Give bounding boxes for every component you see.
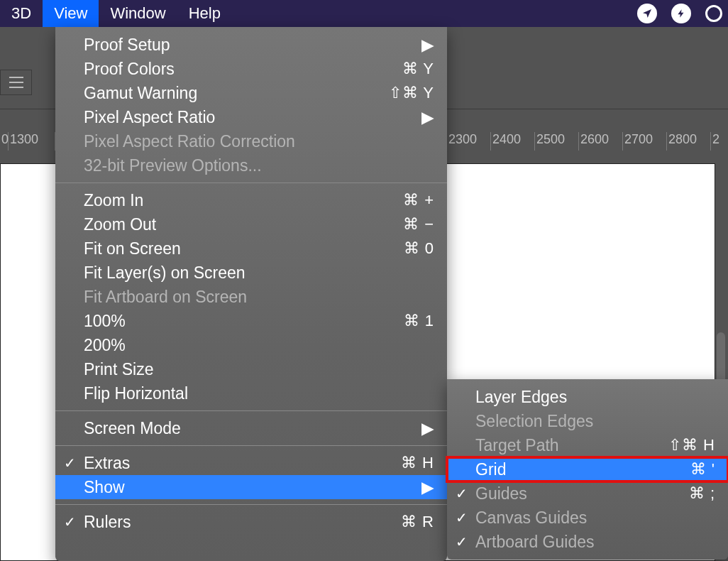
- ruler-tick: 1300: [9, 132, 55, 151]
- menu-item-label: Rulers: [84, 513, 373, 532]
- menu-item-label: Pixel Aspect Ratio: [84, 108, 421, 127]
- menu-item-label: Flip Horizontal: [84, 384, 434, 403]
- menu-help-label: Help: [189, 4, 221, 23]
- menu-item-label: Gamut Warning: [84, 84, 360, 103]
- ruler-tick: 2300: [447, 132, 491, 151]
- menu-item-fit-layers[interactable]: Fit Layer(s) on Screen: [55, 261, 447, 285]
- menu-item-pixel-aspect-correction: Pixel Aspect Ratio Correction: [55, 129, 447, 153]
- menu-item-pixel-aspect-ratio[interactable]: Pixel Aspect Ratio ▶: [55, 105, 447, 129]
- menu-shortcut: ⌘ −: [403, 215, 434, 234]
- ruler-tick: 2600: [579, 132, 623, 151]
- menu-separator: [55, 504, 447, 505]
- menu-item-proof-setup[interactable]: Proof Setup ▶: [55, 33, 447, 57]
- ruler-tick: 2: [711, 132, 725, 151]
- menu-item-label: Selection Edges: [475, 412, 715, 431]
- menu-item-screen-mode[interactable]: Screen Mode ▶: [55, 416, 447, 440]
- menu-item-rulers[interactable]: ✓ Rulers ⌘ R: [55, 510, 447, 534]
- menu-item-target-path: Target Path ⇧⌘ H: [447, 433, 728, 457]
- menu-item-grid[interactable]: Grid ⌘ ': [447, 457, 728, 481]
- menu-item-label: Target Path: [475, 436, 654, 455]
- ruler-tick: 2700: [623, 132, 667, 151]
- menu-item-gamut-warning[interactable]: Gamut Warning ⇧⌘ Y: [55, 81, 447, 105]
- ruler-tick: 2400: [491, 132, 535, 151]
- menu-item-print-size[interactable]: Print Size: [55, 357, 447, 381]
- bolt-icon[interactable]: [671, 4, 691, 23]
- menu-shortcut: ⌘ +: [403, 191, 434, 209]
- menu-item-label: 32-bit Preview Options...: [84, 156, 434, 175]
- menu-item-label: Artboard Guides: [475, 533, 715, 552]
- menu-item-canvas-guides: ✓ Canvas Guides: [447, 506, 728, 530]
- menubar: 3D View Window Help: [0, 0, 728, 27]
- menu-view-label: View: [54, 4, 87, 23]
- status-icons: [637, 4, 728, 23]
- check-icon: ✓: [456, 533, 468, 550]
- menu-item-label: Fit Layer(s) on Screen: [84, 263, 434, 283]
- menu-item-label: 100%: [84, 312, 375, 331]
- menu-item-32bit-preview: 32-bit Preview Options...: [55, 153, 447, 178]
- menu-shortcut: ⇧⌘ H: [668, 436, 715, 454]
- menu-item-label: Pixel Aspect Ratio Correction: [84, 132, 434, 151]
- menu-item-200pct[interactable]: 200%: [55, 333, 447, 357]
- check-icon: ✓: [456, 485, 468, 502]
- location-icon[interactable]: [637, 4, 657, 23]
- menu-window[interactable]: Window: [99, 0, 177, 27]
- check-icon: ✓: [64, 513, 76, 530]
- menu-item-label: Fit on Screen: [84, 239, 375, 258]
- menu-item-label: Show: [84, 478, 421, 497]
- menu-item-label: Zoom In: [84, 191, 375, 210]
- menu-shortcut: ⇧⌘ Y: [389, 84, 434, 102]
- menu-item-label: Screen Mode: [84, 419, 421, 438]
- menu-item-selection-edges: Selection Edges: [447, 409, 728, 433]
- menu-item-label: 200%: [84, 336, 434, 355]
- menu-shortcut: ⌘ ': [690, 460, 715, 479]
- menu-item-fit-artboard: Fit Artboard on Screen: [55, 285, 447, 309]
- submenu-arrow-icon: ▶: [421, 36, 434, 55]
- menu-item-proof-colors[interactable]: Proof Colors ⌘ Y: [55, 57, 447, 81]
- submenu-arrow-icon: ▶: [421, 419, 434, 438]
- menu-item-show[interactable]: Show ▶: [55, 475, 447, 499]
- menu-shortcut: ⌘ H: [401, 454, 434, 472]
- menu-item-label: Layer Edges: [475, 388, 715, 407]
- menu-item-label: Zoom Out: [84, 215, 375, 234]
- menu-item-label: Extras: [84, 454, 373, 473]
- menu-item-zoom-in[interactable]: Zoom In ⌘ +: [55, 188, 447, 212]
- menu-shortcut: ⌘ ;: [689, 484, 715, 503]
- menu-item-label: Print Size: [84, 360, 434, 379]
- menu-item-label: Canvas Guides: [475, 508, 715, 528]
- menu-3d-label: 3D: [11, 4, 31, 23]
- show-submenu: Layer Edges Selection Edges Target Path …: [447, 379, 728, 560]
- check-icon: ✓: [64, 454, 76, 472]
- menu-shortcut: ⌘ Y: [402, 60, 434, 78]
- menu-shortcut: ⌘ 0: [404, 239, 434, 258]
- menu-item-guides: ✓ Guides ⌘ ;: [447, 481, 728, 506]
- check-icon: ✓: [456, 509, 468, 526]
- submenu-arrow-icon: ▶: [421, 108, 434, 127]
- menu-item-extras[interactable]: ✓ Extras ⌘ H: [55, 451, 447, 475]
- view-menu: Proof Setup ▶ Proof Colors ⌘ Y Gamut War…: [55, 27, 447, 561]
- menu-window-label: Window: [110, 4, 165, 23]
- menu-separator: [55, 445, 447, 446]
- menu-separator: [55, 410, 447, 411]
- menu-item-label: Fit Artboard on Screen: [84, 288, 434, 307]
- menu-shortcut: ⌘ R: [401, 513, 434, 531]
- menu-item-flip-horizontal[interactable]: Flip Horizontal: [55, 381, 447, 405]
- ruler-tick: 0: [0, 132, 9, 151]
- menu-help[interactable]: Help: [177, 0, 232, 27]
- menu-item-label: Grid: [475, 460, 676, 479]
- menu-separator: [55, 183, 447, 183]
- menu-item-layer-edges[interactable]: Layer Edges: [447, 385, 728, 409]
- menu-item-artboard-guides: ✓ Artboard Guides: [447, 530, 728, 554]
- menu-item-label: Proof Colors: [84, 60, 374, 79]
- align-tool-icon[interactable]: [0, 70, 32, 95]
- menu-item-label: Proof Setup: [84, 36, 421, 55]
- menu-item-fit-on-screen[interactable]: Fit on Screen ⌘ 0: [55, 236, 447, 261]
- ruler-tick: 2500: [535, 132, 579, 151]
- menu-item-100pct[interactable]: 100% ⌘ 1: [55, 309, 447, 333]
- menu-3d[interactable]: 3D: [0, 0, 43, 27]
- menu-item-label: Guides: [475, 484, 675, 503]
- menu-view[interactable]: View: [43, 0, 99, 27]
- menu-shortcut: ⌘ 1: [404, 312, 434, 330]
- ruler-tick: 2800: [667, 132, 711, 151]
- circle-icon[interactable]: [705, 5, 722, 22]
- menu-item-zoom-out[interactable]: Zoom Out ⌘ −: [55, 212, 447, 236]
